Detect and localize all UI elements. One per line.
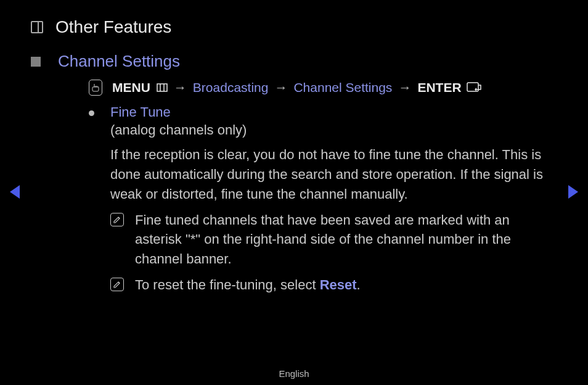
previous-page-button[interactable]: [10, 185, 20, 199]
menu-grid-icon: [157, 83, 168, 92]
item-subtitle: (analog channels only): [110, 120, 551, 140]
page-header: Other Features: [0, 0, 588, 37]
item-header: Fine Tune: [89, 104, 551, 120]
enter-icon: [467, 82, 481, 93]
arrow-icon: →: [274, 80, 287, 95]
note-text-1: Fine tuned channels that have been saved…: [135, 210, 551, 270]
nav-menu-label: MENU: [112, 80, 150, 95]
square-bullet-icon: [31, 57, 41, 67]
round-bullet-icon: [89, 110, 94, 116]
page-title: Other Features: [55, 17, 171, 37]
note-row-2: To reset the fine-tuning, select Reset.: [89, 275, 551, 295]
navigation-path: MENU → Broadcasting → Channel Settings →…: [31, 71, 588, 96]
content-block: Fine Tune (analog channels only) If the …: [31, 96, 588, 295]
pencil-note-icon: [110, 278, 124, 291]
arrow-icon: →: [174, 80, 187, 95]
arrow-icon: →: [398, 80, 411, 95]
svg-rect-0: [157, 84, 167, 91]
reset-label: Reset: [320, 277, 357, 292]
nav-channel-settings: Channel Settings: [293, 80, 392, 95]
book-icon: [31, 21, 43, 33]
pencil-note-icon: [110, 213, 124, 226]
footer-language: English: [0, 368, 588, 379]
note2-suffix: .: [357, 277, 361, 292]
section-header: Channel Settings: [31, 52, 588, 71]
note-row-1: Fine tuned channels that have been saved…: [89, 210, 551, 270]
nav-broadcasting: Broadcasting: [193, 80, 269, 95]
item-body: (analog channels only) If the reception …: [89, 120, 551, 204]
svg-rect-3: [467, 83, 478, 91]
note2-prefix: To reset the fine-tuning, select: [135, 277, 320, 292]
remote-icon: [89, 80, 102, 96]
section: Channel Settings MENU → Broadcasting → C…: [0, 37, 588, 295]
nav-enter-label: ENTER: [417, 80, 461, 95]
item-paragraph: If the reception is clear, you do not ha…: [110, 145, 551, 204]
section-title: Channel Settings: [58, 52, 180, 71]
note-text-2: To reset the fine-tuning, select Reset.: [135, 275, 361, 295]
item-title: Fine Tune: [110, 104, 171, 120]
next-page-button[interactable]: [568, 185, 578, 199]
